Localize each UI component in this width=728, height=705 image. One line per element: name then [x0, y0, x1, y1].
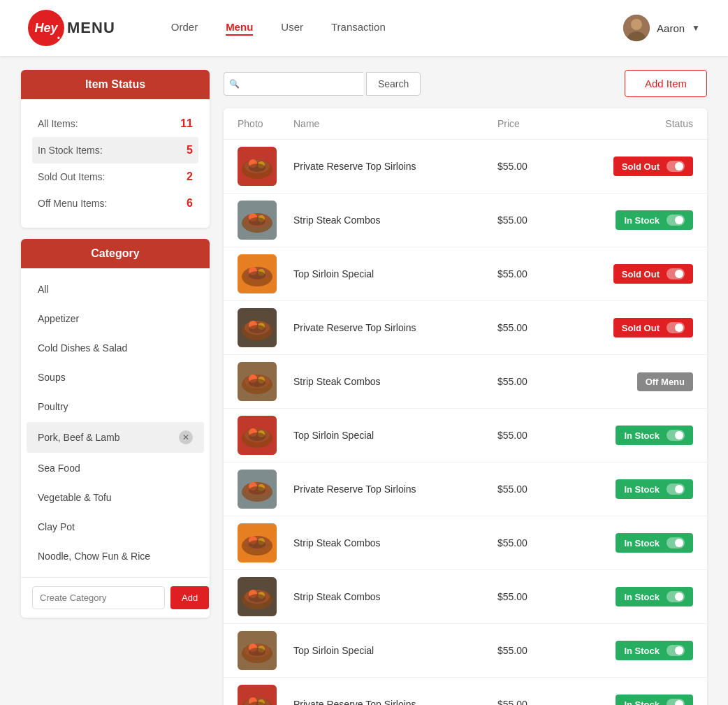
- food-photo: [238, 577, 277, 616]
- all-items-row[interactable]: All Items: 11: [32, 110, 198, 137]
- toggle-switch[interactable]: [667, 322, 685, 333]
- food-photo: [238, 685, 277, 705]
- food-name: Strip Steak Combos: [293, 376, 497, 387]
- svg-point-8: [249, 163, 265, 172]
- food-photo: [238, 631, 277, 670]
- status-badge[interactable]: In Stock: [616, 210, 693, 230]
- toggle-switch[interactable]: [667, 484, 685, 495]
- table-row: Strip Steak Combos $55.00 In Stock: [224, 570, 707, 624]
- toggle-switch[interactable]: [667, 430, 685, 441]
- item-status-body: All Items: 11 In Stock Items: 5 Sold Out…: [21, 99, 210, 228]
- svg-point-62: [249, 648, 265, 656]
- off-menu-label: Off Menu Items:: [38, 198, 107, 209]
- category-item-vegetable[interactable]: Vegetable & Tofu: [27, 484, 204, 511]
- create-category-section: Add: [21, 577, 210, 618]
- food-name: Top Sirloin Special: [293, 645, 497, 656]
- status-badge[interactable]: In Stock: [616, 587, 693, 606]
- food-price: $55.00: [497, 268, 581, 279]
- table-row: Strip Steak Combos $55.00 Off Menu: [224, 355, 707, 409]
- sold-out-count: 2: [187, 170, 193, 183]
- item-status-title: Item Status: [21, 70, 210, 99]
- menu-table: Photo Name Price Status Private Reserve …: [224, 108, 707, 705]
- search-input[interactable]: [224, 72, 363, 96]
- user-section: Aaron ▼: [623, 15, 700, 41]
- toggle-switch[interactable]: [667, 537, 685, 548]
- sidebar: Item Status All Items: 11 In Stock Items…: [21, 70, 210, 705]
- table-row: Top Sirloin Special $55.00 Sold Out: [224, 247, 707, 301]
- toolbar: Search Add Item: [224, 70, 707, 97]
- status-cell: In Stock: [581, 479, 693, 499]
- search-button[interactable]: Search: [366, 72, 421, 96]
- status-cell: Sold Out: [581, 264, 693, 284]
- sold-out-row[interactable]: Sold Out Items: 2: [32, 163, 198, 190]
- category-item-seafood[interactable]: Sea Food: [27, 454, 204, 482]
- status-badge[interactable]: Sold Out: [613, 264, 693, 284]
- category-item-all[interactable]: All: [27, 275, 204, 303]
- main-layout: Item Status All Items: 11 In Stock Items…: [0, 56, 728, 705]
- category-item-cold-dishes[interactable]: Cold Dishes & Salad: [27, 334, 204, 362]
- food-name: Strip Steak Combos: [293, 215, 497, 226]
- in-stock-row[interactable]: In Stock Items: 5: [32, 137, 198, 163]
- svg-point-20: [249, 271, 265, 279]
- status-cell: Sold Out: [581, 157, 693, 176]
- all-items-label: All Items:: [38, 118, 78, 129]
- category-item-appetizer[interactable]: Appetizer: [27, 305, 204, 333]
- nav-user[interactable]: User: [281, 21, 303, 36]
- create-category-input[interactable]: [32, 586, 165, 609]
- close-icon[interactable]: ✕: [179, 430, 193, 444]
- toggle-switch[interactable]: [667, 699, 685, 705]
- category-item-soups[interactable]: Soups: [27, 363, 204, 391]
- logo-icon: Hey: [28, 10, 64, 46]
- status-cell: In Stock: [581, 426, 693, 445]
- food-photo: [238, 254, 277, 293]
- food-price: $55.00: [497, 161, 581, 172]
- table-body: Private Reserve Top Sirloins $55.00 Sold…: [224, 140, 707, 705]
- status-cell: Sold Out: [581, 318, 693, 337]
- svg-point-50: [249, 540, 265, 548]
- table-row: Top Sirloin Special $55.00 In Stock: [224, 409, 707, 463]
- food-name: Top Sirloin Special: [293, 268, 497, 279]
- category-item-pork[interactable]: Pork, Beef & Lamb ✕: [27, 422, 204, 453]
- table-header: Photo Name Price Status: [224, 108, 707, 140]
- add-category-button[interactable]: Add: [170, 586, 209, 609]
- food-price: $55.00: [497, 591, 581, 602]
- nav-menu[interactable]: Menu: [226, 21, 253, 36]
- food-photo: [238, 201, 277, 240]
- status-cell: In Stock: [581, 587, 693, 606]
- nav: Order Menu User Transaction: [171, 21, 623, 36]
- food-photo: [238, 523, 277, 562]
- status-badge[interactable]: Sold Out: [613, 157, 693, 176]
- col-name: Name: [293, 118, 497, 129]
- table-row: Private Reserve Top Sirloins $55.00 Sold…: [224, 301, 707, 355]
- status-badge[interactable]: Off Menu: [637, 372, 693, 391]
- food-photo: [238, 416, 277, 455]
- status-badge[interactable]: Sold Out: [613, 318, 693, 337]
- add-item-button[interactable]: Add Item: [625, 70, 707, 97]
- category-title: Category: [21, 239, 210, 268]
- food-name: Top Sirloin Special: [293, 430, 497, 441]
- toggle-switch[interactable]: [667, 268, 685, 279]
- toggle-switch[interactable]: [667, 215, 685, 226]
- category-item-poultry[interactable]: Poultry: [27, 393, 204, 421]
- table-row: Private Reserve Top Sirloins $55.00 Sold…: [224, 140, 707, 194]
- logo: Hey MENU: [28, 10, 115, 46]
- category-item-claypot[interactable]: Clay Pot: [27, 513, 204, 541]
- nav-transaction[interactable]: Transaction: [331, 21, 386, 36]
- status-badge[interactable]: In Stock: [616, 695, 693, 705]
- status-badge[interactable]: In Stock: [616, 426, 693, 445]
- status-badge[interactable]: In Stock: [616, 533, 693, 553]
- chevron-down-icon[interactable]: ▼: [692, 23, 700, 33]
- nav-order[interactable]: Order: [171, 21, 198, 36]
- toggle-switch[interactable]: [667, 645, 685, 656]
- toggle-switch[interactable]: [667, 591, 685, 602]
- table-row: Strip Steak Combos $55.00 In Stock: [224, 194, 707, 247]
- toggle-switch[interactable]: [667, 161, 685, 172]
- status-badge[interactable]: In Stock: [616, 479, 693, 499]
- status-badge[interactable]: In Stock: [616, 641, 693, 660]
- status-cell: In Stock: [581, 695, 693, 705]
- category-item-noodle[interactable]: Noodle, Chow Fun & Rice: [27, 542, 204, 570]
- logo-text: MENU: [67, 19, 115, 37]
- in-stock-label: In Stock Items:: [38, 145, 103, 156]
- avatar: [623, 15, 650, 41]
- off-menu-row[interactable]: Off Menu Items: 6: [32, 190, 198, 217]
